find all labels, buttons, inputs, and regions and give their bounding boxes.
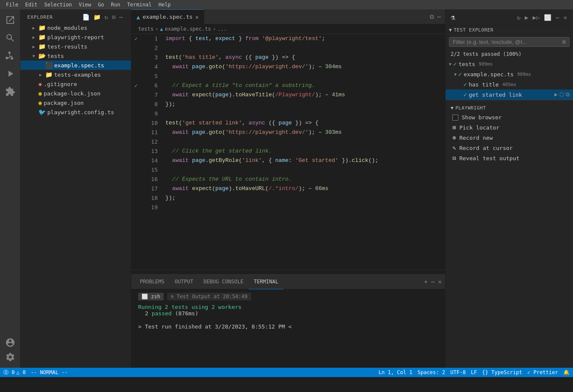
menu-terminal[interactable]: Terminal [124,1,154,9]
pick-locator-item[interactable]: ⊞ Pick locator [446,122,573,133]
close-panel-button[interactable]: ✕ [563,13,568,22]
tree-item-playwright-report[interactable]: ▶ 📁 playwright-report [20,32,131,42]
menu-selection[interactable]: Selection [42,1,75,9]
panel-tab-terminal[interactable]: TERMINAL [249,274,284,289]
notifications-button[interactable]: 🔔 [563,369,570,375]
run-test-button[interactable]: ▶ [554,91,558,98]
test-pass-icon: ✓ [463,81,467,88]
source-control-status[interactable]: ⓪ 0 △ 0 [3,369,26,376]
breadcrumb-file[interactable]: example.spec.ts [165,26,211,32]
record-at-cursor-item[interactable]: ✎ Record at cursor [446,143,573,153]
run-all-tests-button[interactable]: ▶ [524,13,529,22]
main-layout: EXPLORER 📄 📁 ↻ ⊟ ⋯ ▶ 📁 node_modules ▶ 📁 … [0,9,573,368]
encoding-indicator[interactable]: UTF-8 [450,369,466,375]
language-indicator[interactable]: {} TypeScript [482,369,522,375]
show-browser-checkbox[interactable] [452,115,458,121]
tree-item-playwright-config[interactable]: ▶ 🐦 playwright.config.ts [20,107,131,117]
shell-test-output[interactable]: ⚗ Test Output at 20:54:49 [167,293,251,300]
tree-item-gitignore[interactable]: ▶ ◆ .gitignore [20,79,131,89]
split-editor-button[interactable]: ⧉ [429,12,435,21]
tab-bar-extras: ⧉ ⋯ [429,12,445,21]
menu-file[interactable]: File [3,1,21,9]
playwright-section-header[interactable]: ▼ PLAYWRIGHT [446,104,573,112]
more-actions-button[interactable]: ⋯ [555,13,560,22]
collapse-arrow-icon: ▼ [449,62,451,66]
status-bar: ⓪ 0 △ 0 -- NORMAL -- Ln 1, Col 1 Spaces:… [0,368,573,377]
test-filter-input[interactable] [453,39,560,45]
new-folder-icon[interactable]: 📁 [93,13,102,21]
menu-bar: File Edit Selection View Go Run Terminal… [0,0,573,9]
debug-test-button[interactable]: ⬡ [559,91,564,98]
collapse-icon[interactable]: ⊟ [111,13,116,21]
cancel-runs-button[interactable]: ⬜ [543,13,552,22]
breadcrumb-more[interactable]: ... [217,26,227,32]
formatter-indicator[interactable]: ✓ Prettier [527,369,558,375]
reveal-test-output-item[interactable]: ⊟ Reveal test output [446,153,573,163]
test-tree-item-get-started[interactable]: ▶ ✓ get started link ▶ ⬡ ⧉ [446,89,573,100]
record-cursor-icon: ✎ [452,144,456,151]
more-tabs-button[interactable]: ⋯ [437,12,442,21]
code-editor[interactable]: ✓ ✓ 1 2 3 4 5 6 7 8 9 10 11 12 13 14 15 [131,34,445,270]
panel-close-button[interactable]: ✕ [438,278,442,285]
json-icon: ◉ [38,90,42,97]
error-count: ⓪ 0 [3,369,14,376]
reveal-test-button[interactable]: ⧉ [566,91,570,98]
menu-help[interactable]: Help [156,1,174,9]
new-file-icon[interactable]: 📄 [81,13,91,21]
menu-edit[interactable]: Edit [23,1,40,9]
tree-item-package-lock[interactable]: ▶ ◉ package-lock.json [20,89,131,98]
more-actions-icon[interactable]: ⋯ [119,13,124,21]
test-tree-item-spec[interactable]: ▼ ✓ example.spec.ts 909ms [446,69,573,79]
tree-item-example-spec[interactable]: ▶ ⬛ example.spec.ts [20,61,131,70]
test-explorer-header[interactable]: ▼ TEST EXPLORER [446,26,573,35]
tree-item-tests-examples[interactable]: ▶ 📁 tests-examples [20,70,131,79]
right-panel: ⚗ ↻ ▶ ▶▷ ⬜ ⋯ ✕ ▼ TEST EXPLORER ⊞ [445,9,573,368]
refresh-icon[interactable]: ↻ [104,13,109,21]
panel-tab-problems[interactable]: PROBLEMS [135,274,170,289]
tab-ts-icon: ▲ [136,14,140,20]
activity-settings[interactable] [3,350,17,364]
activity-extensions[interactable] [3,84,17,99]
activity-explorer[interactable] [3,13,17,27]
show-browser-item[interactable]: Show browser [446,112,573,122]
new-terminal-button[interactable]: + [424,278,428,285]
tab-example-spec[interactable]: ▲ example.spec.ts ✕ [131,9,204,24]
test-tree-item-tests[interactable]: ▼ ✓ tests 909ms [446,59,573,69]
tree-item-label: node_modules [47,25,87,31]
terminal-content[interactable]: ⬜ zsh ⚗ Test Output at 20:54:49 Running … [131,289,445,368]
activity-run-debug[interactable] [3,66,17,81]
json-icon: ◉ [38,99,42,106]
pick-locator-icon: ⊞ [452,124,456,131]
arrow-icon: ▶ [32,35,37,40]
panel-tab-output[interactable]: OUTPUT [170,274,198,289]
menu-view[interactable]: View [76,1,94,9]
test-item-time: 909ms [479,61,493,67]
record-new-item[interactable]: ⊕ Record new [446,133,573,143]
line-ending-indicator[interactable]: LF [471,369,477,375]
tree-item-package-json[interactable]: ▶ ◉ package.json [20,98,131,107]
test-tree-item-has-title[interactable]: ▶ ✓ has title 405ms [446,79,573,89]
menu-run[interactable]: Run [108,1,123,9]
cursor-position-label: Ln 1, Col 1 [379,369,412,375]
test-pass-icon: ✓ [453,61,457,67]
tree-item-tests[interactable]: ▼ 📂 tests [20,51,131,61]
tab-close-button[interactable]: ✕ [195,14,199,20]
activity-source-control[interactable] [3,49,17,63]
tree-item-test-results[interactable]: ▶ 📁 test-results [20,42,131,51]
activity-search[interactable] [3,31,17,45]
formatter-label: ✓ Prettier [527,369,558,375]
cursor-position[interactable]: Ln 1, Col 1 [379,369,412,375]
refresh-tests-button[interactable]: ↻ [516,13,521,22]
menu-go[interactable]: Go [96,1,107,9]
panel-tab-debug[interactable]: DEBUG CONSOLE [198,274,249,289]
vim-mode-status[interactable]: -- NORMAL -- [31,369,68,375]
shell-zsh[interactable]: ⬜ zsh [138,293,164,300]
editor-horizontal-scrollbar[interactable] [131,270,445,274]
breadcrumb-tests[interactable]: tests [138,26,153,32]
activity-accounts[interactable] [3,335,17,350]
panel-more-actions[interactable]: ⋯ [431,278,434,285]
spaces-indicator[interactable]: Spaces: 2 [417,369,445,375]
run-with-coverage-button[interactable]: ▶▷ [532,13,541,22]
code-content[interactable]: import { test, expect } from '@playwrigh… [162,34,445,270]
tree-item-node-modules[interactable]: ▶ 📁 node_modules [20,23,131,32]
